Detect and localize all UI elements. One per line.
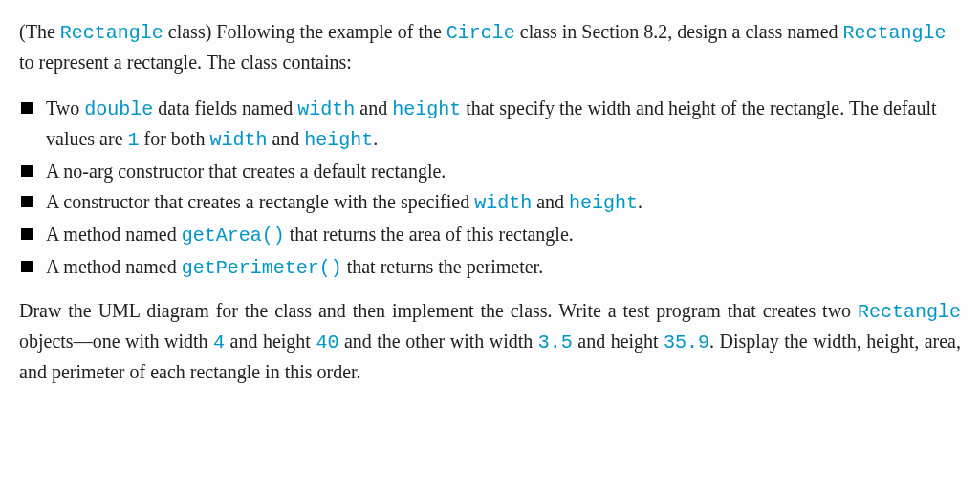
outro-text: and the other with width (338, 331, 537, 352)
code-double: double (84, 98, 153, 120)
bullet-text: for both (140, 128, 210, 149)
code-number: 4 (213, 332, 225, 354)
intro-text: class) Following the example of the (163, 21, 446, 42)
outro-text: and height (225, 331, 316, 352)
bullet-text: that returns the perimeter. (342, 256, 543, 277)
code-number: 35.9 (664, 332, 709, 354)
list-item: A method named getPerimeter() that retur… (19, 252, 961, 283)
intro-text: to represent a rectangle. The class cont… (19, 52, 352, 73)
bullet-text: A no-arg constructor that creates a defa… (46, 161, 446, 182)
code-number: 40 (316, 332, 338, 354)
bullet-text: and (267, 128, 304, 149)
intro-paragraph: (The Rectangle class) Following the exam… (19, 17, 961, 76)
outro-text: Draw the UML diagram for the class and t… (19, 300, 858, 321)
outro-paragraph: Draw the UML diagram for the class and t… (19, 296, 961, 386)
code-rectangle: Rectangle (843, 22, 947, 44)
bullet-text: and (355, 97, 392, 118)
outro-text: and height (573, 331, 664, 352)
list-item: A method named getArea() that returns th… (19, 220, 961, 250)
code-getperimeter: getPerimeter() (182, 257, 342, 279)
bullet-text: and (532, 191, 569, 212)
intro-text: class in Section 8.2, design a class nam… (515, 21, 843, 42)
bullet-text: . (373, 128, 378, 149)
code-rectangle: Rectangle (60, 22, 163, 44)
code-rectangle: Rectangle (858, 301, 961, 323)
bullet-text: data fields named (153, 97, 297, 118)
requirements-list: Two double data fields named width and h… (19, 94, 961, 283)
code-height: height (569, 192, 638, 214)
bullet-text: that returns the area of this rectangle. (285, 224, 574, 245)
code-getarea: getArea() (182, 225, 285, 247)
code-width: width (474, 192, 532, 214)
list-item: A no-arg constructor that creates a defa… (19, 157, 961, 185)
code-circle: Circle (446, 22, 515, 44)
list-item: A constructor that creates a rectangle w… (19, 187, 961, 218)
code-height: height (304, 129, 373, 151)
bullet-text: Two (46, 97, 84, 118)
intro-text: (The (19, 21, 60, 42)
code-width: width (297, 98, 355, 120)
outro-text: objects—one with width (19, 331, 213, 352)
code-width: width (209, 129, 267, 151)
bullet-text: A constructor that creates a rectangle w… (46, 191, 474, 212)
bullet-text: A method named (46, 256, 182, 277)
bullet-text: . (638, 191, 642, 212)
code-height: height (392, 98, 461, 120)
code-number: 3.5 (538, 332, 573, 354)
bullet-text: A method named (46, 224, 182, 245)
list-item: Two double data fields named width and h… (19, 94, 961, 155)
code-one: 1 (128, 129, 140, 151)
